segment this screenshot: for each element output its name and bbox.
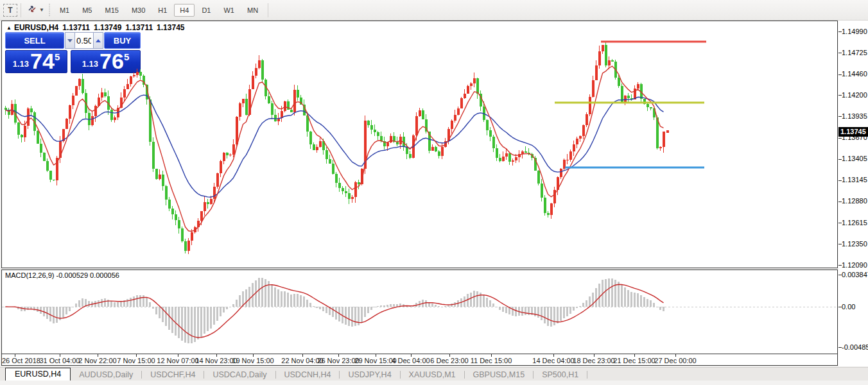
price-axis-label: 1.14200 (842, 91, 867, 99)
price-axis-label: 1.13145 (842, 176, 867, 184)
chart-title: ▲EURUSD,H41.137111.137491.137111.13745 (6, 23, 189, 32)
sell-price-pip: 5 (55, 51, 60, 62)
pane-splitter[interactable] (1, 268, 838, 270)
price-axis-label: 1.12615 (842, 219, 867, 227)
chart-tab-AUDUSD-Daily[interactable]: AUDUSD,Daily (71, 369, 141, 381)
macd-indicator-label: MACD(12,26,9) -0.000529 0.000056 (5, 271, 119, 279)
timeframe-button-M15[interactable]: M15 (99, 4, 124, 17)
time-axis-label: 27 Dec 00:00 (647, 357, 704, 364)
price-axis-label: 1.14990 (842, 28, 867, 35)
timeframe-button-W1[interactable]: W1 (218, 4, 240, 17)
price-axis-label: 1.12880 (842, 197, 867, 205)
top-toolbar: T ▼ M1M5M15M30H1H4D1W1MN (0, 0, 868, 21)
timeframe-button-D1[interactable]: D1 (196, 4, 216, 17)
timeframe-button-MN[interactable]: MN (241, 4, 264, 17)
price-axis-label: 1.12090 (842, 261, 867, 269)
triangle-icon: ▲ (6, 25, 12, 31)
chart-tab-USDCAD-Daily[interactable]: USDCAD,Daily (204, 369, 275, 381)
toolbar-separator (268, 3, 268, 17)
sell-price-prefix: 1.13 (13, 59, 29, 69)
one-click-trading-panel: SELL BUY 1.13 74 5 1.13 76 5 (5, 32, 141, 73)
text-label-tool-button[interactable]: T (3, 4, 17, 17)
timeframe-button-M1[interactable]: M1 (54, 4, 75, 17)
triangle-down-icon (67, 39, 73, 42)
ohlc-high: 1.13749 (94, 23, 121, 32)
chart-tab-USDCHF-H4[interactable]: USDCHF,H4 (142, 369, 204, 381)
statusbar-strip (0, 381, 868, 385)
chart-tab-USDCNH-H4[interactable]: USDCNH,H4 (276, 369, 340, 381)
timeframe-button-M5[interactable]: M5 (76, 4, 98, 17)
price-axis-label: 1.13405 (842, 155, 867, 162)
macd-axis-label: 0.00 (842, 303, 855, 311)
sell-button[interactable]: SELL (5, 32, 64, 49)
price-axis-label: 1.13935 (842, 112, 867, 120)
buy-price-pip: 5 (124, 51, 129, 62)
macd-axis-label: 0.003847 (842, 271, 868, 278)
macd-pane-border (1, 354, 838, 354)
toolbar-grip[interactable] (48, 4, 51, 17)
buy-price-big: 76 (100, 52, 124, 71)
ohlc-open: 1.13711 (62, 23, 90, 32)
time-axis-label: 11 Dec 15:00 (462, 357, 520, 364)
arrows-tool-button[interactable]: ▼ (24, 3, 47, 18)
price-axis-label: 1.14460 (842, 70, 867, 78)
chart-tab-SP500-H1[interactable]: SP500,H1 (534, 369, 587, 381)
chart-tab-XAUUSD-M1[interactable]: XAUUSD,M1 (401, 369, 464, 381)
ohlc-close: 1.13745 (157, 23, 184, 32)
drawing-arrows-icon (27, 4, 37, 17)
timeframe-button-H1[interactable]: H1 (152, 4, 173, 17)
timeframe-button-H4[interactable]: H4 (174, 4, 195, 17)
chart-symbol: EURUSD,H4 (14, 23, 58, 32)
price-axis-label: 1.14725 (842, 49, 867, 56)
buy-price-display[interactable]: 1.13 76 5 (71, 50, 141, 73)
buy-price-prefix: 1.13 (82, 59, 98, 69)
toolbar-separator (21, 3, 21, 17)
triangle-up-icon (96, 39, 101, 42)
price-axis-label: 1.13670 (842, 133, 867, 141)
timeframe-button-M30[interactable]: M30 (126, 4, 151, 17)
buy-button[interactable]: BUY (104, 32, 141, 49)
chart-tab-GBPUSD-M15[interactable]: GBPUSD,M15 (465, 369, 534, 381)
sell-price-big: 74 (30, 52, 55, 71)
chart-tab-bar: EURUSD,H4AUDUSD,DailyUSDCHF,H4USDCAD,Dai… (0, 367, 868, 381)
price-axis-label: 1.12350 (842, 240, 867, 248)
timeframe-toolbar: M1M5M15M30H1H4D1W1MN (53, 4, 265, 17)
sell-price-display[interactable]: 1.13 74 5 (5, 50, 67, 73)
chevron-down-icon: ▼ (39, 8, 44, 13)
macd-axis-label: -0.004856 (842, 343, 868, 351)
volume-input[interactable] (75, 32, 93, 49)
volume-increase-button[interactable] (93, 32, 103, 49)
volume-stepper (65, 32, 103, 49)
chart-tab-EURUSD-H4[interactable]: EURUSD,H4 (5, 368, 71, 381)
tab-separator (587, 371, 587, 379)
volume-decrease-button[interactable] (65, 32, 75, 49)
chart-tab-USDJPY-H4[interactable]: USDJPY,H4 (340, 369, 399, 381)
ohlc-low: 1.13711 (125, 23, 153, 32)
